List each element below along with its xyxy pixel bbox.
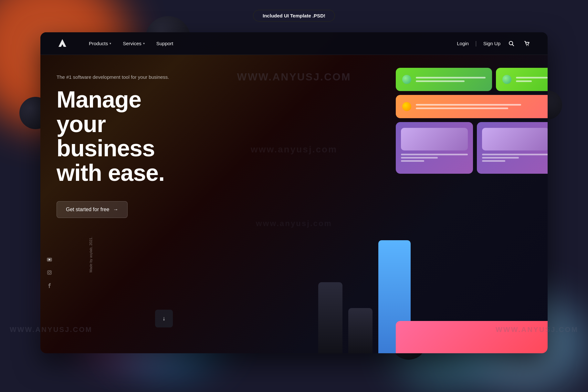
card-orange [396,95,548,118]
scroll-down-icon: ↓ [163,315,165,322]
dashboard-cards [396,68,548,174]
products-chevron-icon: ▾ [110,42,111,45]
nav-support[interactable]: Support [152,38,178,49]
nav-divider: | [475,40,477,47]
scroll-down-button[interactable]: ↓ [155,310,173,327]
card-row-purple [396,122,548,174]
text-line-1a [401,154,468,155]
card-lines-1 [416,77,486,82]
top-banner-label: Included UI Template .PSD! [263,13,325,18]
text-line-2a [482,154,548,155]
text-line-2b [482,157,519,159]
bar-2 [348,308,373,353]
signup-link[interactable]: Sign Up [483,41,500,46]
watermark-card: www.anyusj.com [251,144,337,155]
card-lines-2 [516,77,548,82]
cart-icon[interactable] [522,39,531,48]
card-line-2b [516,80,532,82]
card-lines-orange [416,104,548,109]
card-line-oa [416,104,521,106]
card-text-1 [401,154,468,162]
dot-green-1 [402,75,411,84]
dot-green-2 [502,75,511,84]
hero-visual [328,65,548,353]
hero-section: Made by asylab, 2021. The #1 software de… [40,55,548,353]
nav-links: Products ▾ Services ▾ Support [84,38,457,49]
cta-button[interactable]: Get started for free → [57,201,128,218]
text-line-1c [401,160,424,162]
logo[interactable] [57,38,68,49]
card-purple-1 [396,122,473,174]
card-text-2 [482,154,548,162]
text-line-2c [482,160,505,162]
bar-1 [318,282,342,353]
card-pink-bottom [396,321,548,353]
text-line-1b [401,157,438,159]
dot-orange [402,102,411,111]
login-link[interactable]: Login [457,41,469,46]
card-green-1 [396,68,492,91]
card-line-ob [416,108,508,109]
card-thumbnail-1 [401,128,468,150]
cta-arrow-icon: → [113,207,118,212]
services-chevron-icon: ▾ [143,42,145,45]
card-green-2 [496,68,548,91]
nav-right: Login | Sign Up [457,39,531,48]
svg-point-2 [528,45,529,46]
hero-content: The #1 software development tool for you… [40,55,221,353]
search-icon[interactable] [507,39,516,48]
nav-services[interactable]: Services ▾ [118,38,149,49]
top-banner: Included UI Template .PSD! [253,10,335,22]
hero-title: Manageyour businesswith ease. [57,88,205,185]
card-line-2a [516,77,548,78]
card-line-1a [416,77,486,78]
svg-point-1 [526,45,527,46]
navbar: Products ▾ Services ▾ Support Login | Si… [40,32,548,55]
card-purple-2 [477,122,548,174]
cta-label: Get started for free [66,207,109,212]
card-row-green [396,68,548,91]
hero-subtitle: The #1 software development tool for you… [57,74,205,80]
card-line-1b [416,80,465,82]
nav-products[interactable]: Products ▾ [84,38,116,49]
card-thumbnail-2 [482,128,548,150]
browser-card: Products ▾ Services ▾ Support Login | Si… [40,32,548,353]
